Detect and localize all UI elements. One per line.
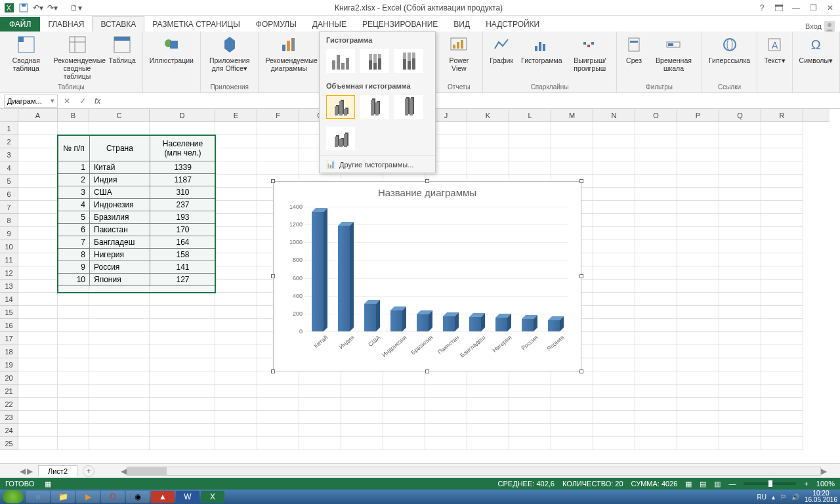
chart-plot-area (305, 207, 568, 331)
taskbar-word-icon[interactable]: W (176, 491, 200, 503)
tab-insert[interactable]: ВСТАВКА (92, 16, 144, 32)
help-icon[interactable]: ? (755, 1, 769, 14)
tab-pagelayout[interactable]: РАЗМЕТКА СТРАНИЦЫ (144, 17, 248, 32)
save-icon[interactable] (17, 1, 30, 14)
svg-point-42 (727, 39, 732, 51)
formula-input[interactable] (103, 94, 836, 108)
sparkline-winloss-button[interactable]: Выигрыш/проигрыш (568, 33, 612, 74)
symbols-button[interactable]: ΩСимволы▾ (797, 33, 835, 66)
pivot-table-button[interactable]: Сводная таблица (4, 33, 49, 74)
title-bar: X ↶▾ ↷▾ 🗋▾ Книга2.xlsx - Excel (Сбой акт… (0, 0, 840, 16)
select-all-corner[interactable] (0, 109, 18, 122)
start-button[interactable] (3, 490, 24, 503)
name-box[interactable]: Диаграм...▾ (4, 94, 58, 108)
file-tab[interactable]: ФАЙЛ (0, 17, 40, 32)
zoom-level[interactable]: 100% (816, 480, 835, 488)
svg-rect-18 (282, 45, 285, 51)
tab-data[interactable]: ДАННЫЕ (304, 17, 354, 32)
taskbar-media-icon[interactable]: ▶ (76, 491, 100, 503)
ribbon-body: Сводная таблица Рекомендуемые сводные та… (0, 32, 840, 93)
zoom-in-icon[interactable]: + (804, 480, 808, 488)
chart-3d-stacked-column[interactable] (360, 95, 389, 119)
svg-rect-40 (668, 43, 673, 46)
ribbon-display-icon[interactable] (772, 1, 786, 14)
sheet-tab-bar: ◀ ▶ Лист2 + ◀ ▶ (0, 463, 840, 478)
sheet-tab[interactable]: Лист2 (38, 465, 77, 476)
cancel-formula-icon[interactable]: ✕ (60, 94, 74, 108)
svg-rect-35 (587, 45, 590, 47)
group-reports-label: Отчеты (440, 82, 479, 93)
close-icon[interactable]: ✕ (823, 1, 837, 14)
status-count: КОЛИЧЕСТВО: 20 (562, 480, 623, 488)
minimize-icon[interactable]: — (789, 1, 803, 14)
chart-100-stacked-column[interactable] (394, 49, 423, 73)
chart-3d-clustered-column[interactable] (326, 95, 355, 119)
svg-rect-10 (70, 37, 85, 52)
redo-icon[interactable]: ↷▾ (46, 1, 59, 14)
add-sheet-button[interactable]: + (83, 465, 94, 477)
taskbar-opera-icon[interactable]: O (101, 491, 125, 503)
system-tray[interactable]: RU ▴ ⚐ 🔊 10:20 16.05.2016 (757, 490, 837, 503)
taskbar-pdf-icon[interactable]: ▲ (151, 491, 175, 503)
sheet-nav-next-icon[interactable]: ▶ (27, 467, 33, 476)
illustrations-button[interactable]: Иллюстрации (147, 33, 196, 66)
tab-addins[interactable]: НАДСТРОЙКИ (478, 17, 547, 32)
view-normal-icon[interactable]: ▦ (685, 480, 692, 488)
taskbar-ie-icon[interactable]: e (26, 491, 50, 503)
tab-formulas[interactable]: ФОРМУЛЫ (248, 17, 304, 32)
more-column-charts-button[interactable]: 📊Другие гистограммы... (320, 156, 435, 173)
macro-record-icon[interactable]: ▦ (45, 480, 51, 488)
text-button[interactable]: AТекст▾ (761, 33, 788, 66)
taskbar-explorer-icon[interactable]: 📁 (51, 491, 75, 503)
histogram-icon: 📊 (326, 160, 335, 169)
taskbar-excel-icon[interactable]: X (201, 491, 224, 503)
zoom-slider[interactable] (744, 482, 796, 485)
embedded-chart[interactable]: Название диаграммы 020040060080010001200… (273, 181, 581, 371)
timeline-button[interactable]: Временная шкала (650, 33, 698, 74)
apps-button[interactable]: Приложения для Office▾ (205, 33, 254, 74)
sheet-nav-prev-icon[interactable]: ◀ (20, 467, 26, 476)
taskbar-chrome-icon[interactable]: ◉ (126, 491, 150, 503)
recommended-charts-button[interactable]: Рекомендуемые диаграммы (262, 33, 315, 74)
svg-rect-20 (291, 38, 295, 51)
chart-title[interactable]: Название диаграммы (274, 182, 581, 201)
view-pagelayout-icon[interactable]: ▤ (700, 480, 706, 488)
hyperlink-button[interactable]: Гиперссылка (706, 33, 753, 66)
view-pagebreak-icon[interactable]: ▥ (714, 480, 721, 488)
qat-more-icon[interactable]: 🗋▾ (70, 1, 83, 14)
svg-text:A: A (772, 40, 778, 51)
tab-home[interactable]: ГЛАВНАЯ (40, 17, 92, 32)
tray-flag-icon[interactable]: ⚐ (780, 494, 786, 501)
excel-icon: X (3, 1, 16, 14)
tray-show-hidden-icon[interactable]: ▴ (772, 494, 775, 501)
maximize-icon[interactable]: ❐ (806, 1, 820, 14)
tab-view[interactable]: ВИД (446, 17, 478, 32)
tab-review[interactable]: РЕЦЕНЗИРОВАНИЕ (354, 17, 446, 32)
svg-rect-29 (457, 42, 459, 49)
sparkline-line-button[interactable]: График (487, 33, 516, 66)
svg-rect-32 (539, 42, 541, 51)
login-link[interactable]: Вход (805, 21, 835, 32)
chart-3d-column[interactable] (326, 127, 355, 150)
status-average: СРЕДНЕЕ: 402,6 (498, 480, 555, 488)
slicer-button[interactable]: Срез (621, 33, 647, 66)
svg-rect-30 (461, 40, 463, 49)
row-headers[interactable]: 1234567891011121314151617181920212223242… (0, 122, 18, 450)
tray-date[interactable]: 16.05.2016 (805, 497, 837, 503)
undo-icon[interactable]: ↶▾ (32, 1, 45, 14)
enter-formula-icon[interactable]: ✓ (76, 94, 89, 108)
sparkline-column-button[interactable]: Гистограмма (518, 33, 565, 66)
chart-stacked-column[interactable] (360, 49, 389, 73)
svg-rect-33 (543, 44, 545, 51)
zoom-out-icon[interactable]: — (728, 480, 736, 488)
fx-icon[interactable]: fx (94, 96, 100, 106)
power-view-button[interactable]: Power View (440, 33, 479, 74)
chart-3d-100-stacked-column[interactable] (394, 95, 423, 119)
status-ready: ГОТОВО (5, 480, 34, 488)
table-button[interactable]: Таблица (106, 33, 138, 66)
tray-volume-icon[interactable]: 🔊 (791, 494, 799, 501)
chart-clustered-column[interactable] (326, 49, 355, 73)
recommended-pivot-button[interactable]: Рекомендуемые сводные таблицы (51, 33, 104, 81)
horizontal-scrollbar[interactable]: ◀ ▶ (121, 467, 827, 476)
tray-lang[interactable]: RU (757, 494, 766, 501)
